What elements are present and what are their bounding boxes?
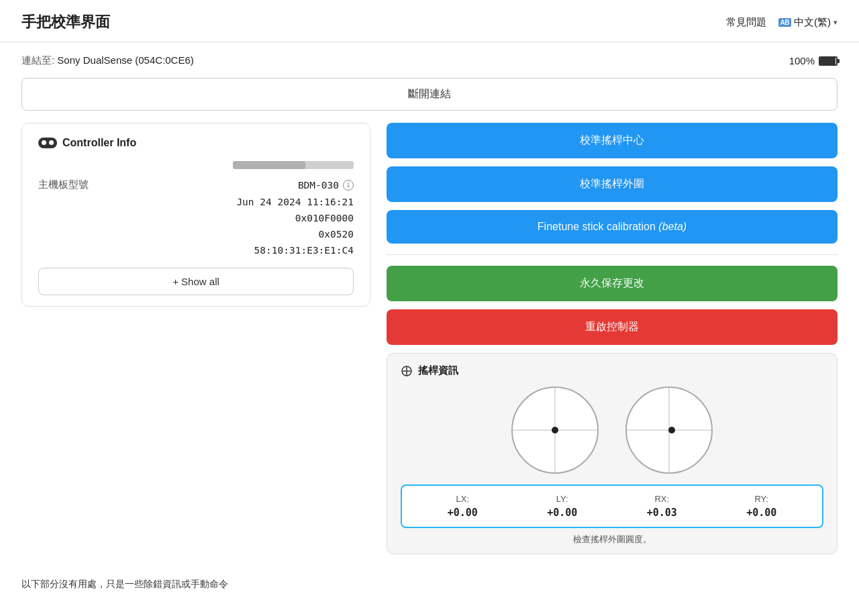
controller-info-label: Controller Info	[62, 137, 136, 149]
connected-device: Sony DualSense (054C:0CE6)	[57, 54, 193, 66]
hex2-value: 0x0520	[319, 229, 354, 240]
calibrate-center-button[interactable]: 校準搖桿中心	[387, 123, 838, 158]
lx-value: +0.00	[448, 507, 478, 519]
reset-button[interactable]: 重啟控制器	[387, 309, 838, 345]
info-row-date: Jun 24 2024 11:16:21	[38, 197, 354, 207]
bottom-note-text: 以下部分沒有用處，只是一些除錯資訊或手動命令	[21, 578, 228, 589]
left-stick-dot	[552, 427, 558, 433]
left-stick-wrapper	[511, 387, 599, 474]
chevron-down-icon: ▾	[833, 18, 838, 27]
battery-body	[819, 56, 838, 66]
info-row-hex2: 0x0520	[38, 229, 354, 240]
calibrate-outer-button[interactable]: 校準搖桿外圍	[387, 166, 838, 202]
right-stick-wrapper	[625, 387, 713, 474]
battery-percent: 100%	[789, 55, 815, 66]
card-header: Controller Info	[38, 137, 354, 149]
lx-label: LX:	[456, 494, 469, 504]
bottom-note: 以下部分沒有用處，只是一些除錯資訊或手動命令	[0, 570, 859, 591]
info-row-mac: 58:10:31:E3:E1:C4	[38, 245, 354, 256]
connection-prefix: 連結至:	[21, 54, 57, 66]
battery-info: 100%	[789, 55, 838, 66]
motherboard-value: BDM-030 i	[298, 180, 354, 191]
ly-col: LY: +0.00	[547, 494, 577, 519]
connection-info: 連結至: Sony DualSense (054C:0CE6)	[21, 54, 194, 67]
date-value: Jun 24 2024 11:16:21	[236, 197, 354, 207]
right-stick-dot	[668, 427, 675, 433]
right-stick-circle	[625, 387, 713, 474]
language-selector[interactable]: AB 中文(繁) ▾	[778, 16, 838, 29]
info-row-hex1: 0x010F0000	[38, 213, 354, 223]
lx-col: LX: +0.00	[448, 494, 478, 519]
header: 手把校準界面 常見問題 AB 中文(繁) ▾	[0, 0, 859, 42]
info-progress-bar	[233, 161, 354, 169]
rx-col: RX: +0.03	[647, 494, 677, 519]
info-row-motherboard: 主機板型號 BDM-030 i	[38, 178, 354, 191]
stick-values-box: LX: +0.00 LY: +0.00 RX: +0.03 RY: +0.00	[401, 484, 823, 528]
motherboard-label: 主機板型號	[38, 178, 119, 191]
crosshair-icon	[401, 365, 413, 377]
ly-label: LY:	[556, 494, 568, 504]
lang-icon: AB	[778, 18, 791, 27]
show-all-button[interactable]: + Show all	[38, 268, 354, 295]
lang-label: 中文(繁)	[794, 16, 831, 29]
mac-value: 58:10:31:E3:E1:C4	[254, 245, 354, 256]
save-button[interactable]: 永久保存更改	[387, 266, 838, 301]
info-progress-row	[38, 161, 354, 169]
faq-link[interactable]: 常見問題	[726, 16, 766, 29]
stick-card-header: 搖桿資訊	[401, 364, 823, 377]
stick-info-label: 搖桿資訊	[418, 364, 458, 377]
disconnect-btn-row: 斷開連結	[0, 71, 859, 123]
finetune-label: Finetune stick calibration (beta)	[538, 221, 687, 232]
rx-value: +0.03	[647, 507, 677, 519]
page-title: 手把校準界面	[21, 12, 110, 32]
hex1-value: 0x010F0000	[295, 213, 354, 223]
right-panel: 校準搖桿中心 校準搖桿外圍 Finetune stick calibration…	[387, 123, 838, 554]
ly-value: +0.00	[547, 507, 577, 519]
controller-info-card: Controller Info 主機板型號 BDM-030 i Jun 24 2…	[21, 123, 370, 307]
ry-label: RY:	[754, 494, 768, 504]
sticks-row	[401, 387, 823, 474]
divider	[387, 254, 838, 255]
ry-value: +0.00	[746, 507, 776, 519]
left-stick-circle	[511, 387, 599, 474]
left-panel: Controller Info 主機板型號 BDM-030 i Jun 24 2…	[21, 123, 370, 554]
stick-hint: 檢查搖桿外圍圓度。	[401, 533, 823, 546]
info-progress-fill	[233, 161, 305, 169]
main-content: Controller Info 主機板型號 BDM-030 i Jun 24 2…	[0, 123, 859, 570]
finetune-button[interactable]: Finetune stick calibration (beta)	[387, 210, 838, 244]
stick-info-card: 搖桿資訊	[387, 353, 838, 554]
info-icon[interactable]: i	[343, 180, 354, 191]
disconnect-button[interactable]: 斷開連結	[21, 78, 838, 111]
rx-label: RX:	[654, 494, 669, 504]
battery-fill	[820, 58, 836, 64]
ry-col: RY: +0.00	[746, 494, 776, 519]
controller-icon	[38, 138, 57, 148]
header-right: 常見問題 AB 中文(繁) ▾	[726, 16, 838, 29]
battery-icon	[819, 56, 838, 66]
connection-bar: 連結至: Sony DualSense (054C:0CE6) 100%	[0, 42, 859, 71]
